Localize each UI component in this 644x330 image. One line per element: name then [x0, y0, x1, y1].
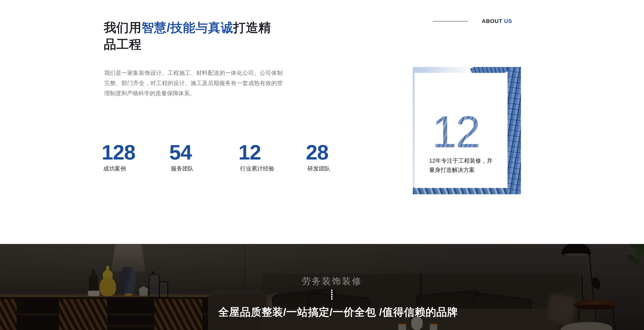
- hero-banner: 劳务装饰装修 全屋品质整装/一站搞定/一价全包 /值得信赖的品牌: [0, 244, 644, 330]
- about-word: ABOUT: [482, 18, 502, 24]
- section-title: 我们用智慧/技能与真诚打造精品工程: [104, 19, 282, 53]
- about-us-label: ABOUT US: [433, 17, 512, 25]
- stat-value: 12: [238, 142, 274, 163]
- dot: [331, 292, 332, 293]
- building-photo-card: 12 12年专注于工程装修，并量身打造解决方案: [413, 67, 521, 194]
- stat-success-cases: 128 成功案例: [102, 142, 135, 171]
- dot: [331, 298, 332, 300]
- card-white-panel: 12 12年专注于工程装修，并量身打造解决方案: [414, 73, 508, 188]
- stat-value: 54: [169, 142, 194, 163]
- stat-label: 服务团队: [171, 166, 194, 171]
- us-word: US: [504, 18, 512, 24]
- stat-label: 研发团队: [308, 166, 330, 171]
- title-pre: 我们用: [104, 21, 142, 34]
- years-big-number: 12: [432, 109, 480, 154]
- divider-line: [433, 21, 468, 21]
- hero-subtitle: 劳务装饰装修: [302, 276, 362, 286]
- stat-label: 行业累计经验: [240, 166, 274, 171]
- building-facade-right: [508, 67, 521, 194]
- stat-service-teams: 54 服务团队: [169, 142, 194, 171]
- title-highlight: 智慧/技能与真诚: [142, 21, 233, 34]
- dot: [331, 290, 332, 291]
- page: 我们用智慧/技能与真诚打造精品工程 我们是一家集装饰设计、工程施工、材料配送的一…: [0, 0, 644, 330]
- building-facade-bottom: [413, 188, 508, 194]
- company-description: 我们是一家集装饰设计、工程施工、材料配送的一体化公司。公司体制完整、部门齐全，对…: [104, 68, 283, 98]
- stat-rd-teams: 28 研发团队: [306, 142, 330, 171]
- stat-industry-experience: 12 行业累计经验: [238, 142, 274, 171]
- stat-value: 128: [102, 142, 135, 163]
- hero-headline: 全屋品质整装/一站搞定/一价全包 /值得信赖的品牌: [218, 306, 458, 318]
- years-caption: 12年专注于工程装修，并量身打造解决方案: [429, 156, 496, 175]
- stat-value: 28: [306, 142, 330, 163]
- dot: [331, 294, 332, 296]
- about-section: 我们用智慧/技能与真诚打造精品工程 我们是一家集装饰设计、工程施工、材料配送的一…: [0, 0, 644, 244]
- stat-label: 成功案例: [103, 166, 135, 171]
- dot: [331, 296, 332, 298]
- dotted-divider: [331, 290, 332, 300]
